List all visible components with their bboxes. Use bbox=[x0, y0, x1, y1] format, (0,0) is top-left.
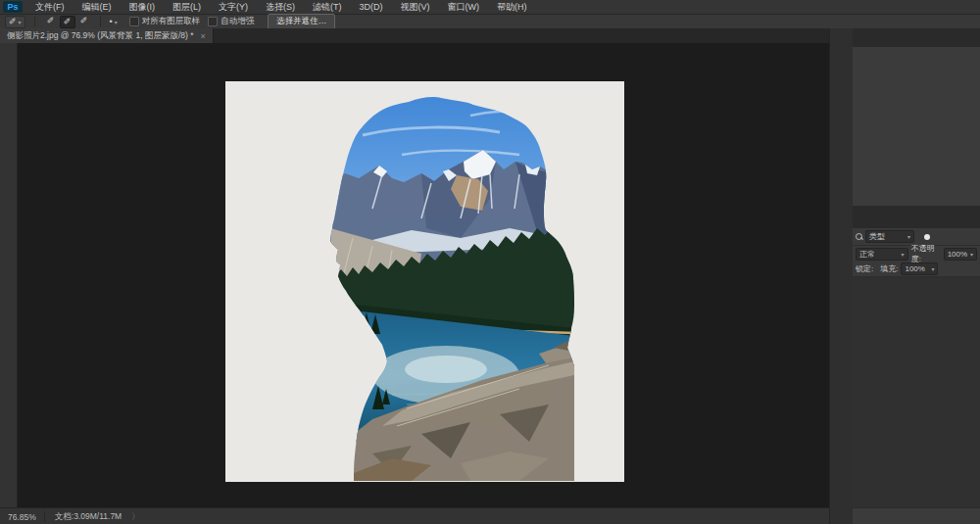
menu-edit[interactable]: 编辑(E) bbox=[74, 0, 121, 14]
recent-swatches-row bbox=[856, 50, 978, 60]
swatches-panel bbox=[853, 31, 980, 208]
layers-bottom-bar bbox=[853, 507, 980, 524]
chevron-down-icon: ▾ bbox=[115, 19, 118, 25]
lock-label: 锁定: bbox=[856, 263, 873, 274]
auto-enhance-checkbox-box[interactable] bbox=[208, 17, 218, 26]
new-selection-button-icon: ✐ bbox=[47, 17, 55, 25]
tool-bar bbox=[0, 43, 18, 507]
auto-enhance-checkbox-label: 自动增强 bbox=[220, 16, 254, 27]
canvas-document[interactable] bbox=[225, 81, 624, 482]
document-tab-bar: 侧影照片2.jpg @ 76.9% (风景背景 1, 图层蒙版/8) * × bbox=[0, 28, 829, 44]
silhouette-artwork bbox=[225, 81, 624, 482]
menu-window[interactable]: 窗口(W) bbox=[439, 0, 489, 14]
auto-enhance-checkbox[interactable]: 自动增强 bbox=[208, 16, 254, 27]
options-checkboxes: 对所有图层取样自动增强 bbox=[122, 16, 255, 27]
chevron-down-icon: ▾ bbox=[19, 19, 22, 25]
layers-panel: 类型 ▾ 正常 ▾ 不透明度: 100% ▾ 锁定: bbox=[853, 213, 980, 524]
opacity-value: 100% bbox=[948, 250, 967, 259]
right-panels: 类型 ▾ 正常 ▾ 不透明度: 100% ▾ 锁定: bbox=[853, 28, 980, 524]
status-bar: 76.85% 文档:3.09M/11.7M 〉 bbox=[0, 507, 829, 524]
subtract-from-selection-button-icon: ✐ bbox=[80, 17, 88, 25]
close-tab-icon[interactable]: × bbox=[200, 31, 205, 41]
menu-image[interactable]: 图像(I) bbox=[121, 0, 165, 14]
layers-panel-tabs bbox=[853, 213, 980, 228]
quick-selection-icon: ✐ bbox=[9, 18, 17, 26]
swatches-footer bbox=[853, 206, 980, 207]
opacity-field[interactable]: 100% ▾ bbox=[944, 248, 977, 261]
zoom-level-field[interactable]: 76.85% bbox=[8, 511, 45, 522]
menu-file[interactable]: 文件(F) bbox=[26, 0, 74, 14]
selection-mode-buttons: ✐✐✐ bbox=[44, 16, 91, 28]
menu-3d[interactable]: 3D(D) bbox=[351, 0, 392, 14]
sample-all-layers-checkbox-box[interactable] bbox=[129, 17, 139, 26]
menu-bar: Ps 文件(F)编辑(E)图像(I)图层(L)文字(Y)选择(S)滤镜(T)3D… bbox=[0, 0, 980, 15]
status-chevron-icon[interactable]: 〉 bbox=[131, 511, 140, 523]
canvas-area[interactable] bbox=[18, 43, 829, 507]
tool-preset-picker[interactable]: ✐ ▾ bbox=[5, 16, 25, 28]
chevron-down-icon: ▾ bbox=[902, 251, 905, 258]
menu-filter[interactable]: 滤镜(T) bbox=[304, 0, 351, 14]
chevron-down-icon: ▾ bbox=[931, 265, 934, 272]
filter-kind-label: 类型 bbox=[869, 231, 885, 242]
layer-list-empty-area bbox=[853, 277, 980, 507]
blend-mode-value: 正常 bbox=[859, 249, 875, 260]
add-to-selection-button-icon: ✐ bbox=[64, 18, 72, 26]
add-to-selection-button[interactable]: ✐ bbox=[60, 16, 75, 28]
chevron-down-icon: ▾ bbox=[907, 233, 910, 240]
divider bbox=[34, 17, 35, 26]
divider bbox=[100, 17, 101, 26]
filter-toggle[interactable] bbox=[924, 234, 930, 240]
menu-view[interactable]: 视图(V) bbox=[392, 0, 439, 14]
new-selection-button[interactable]: ✐ bbox=[44, 16, 58, 26]
document-size-info: 文档:3.09M/11.7M bbox=[55, 511, 122, 523]
menu-type[interactable]: 文字(Y) bbox=[210, 0, 257, 14]
blend-mode-dropdown[interactable]: 正常 ▾ bbox=[856, 248, 908, 261]
menu-help[interactable]: 帮助(H) bbox=[488, 0, 536, 14]
fill-value: 100% bbox=[905, 264, 924, 273]
sample-all-layers-checkbox-label: 对所有图层取样 bbox=[142, 16, 201, 27]
panel-dock-strip bbox=[829, 28, 853, 524]
select-and-mask-button[interactable]: 选择并遮住… bbox=[268, 14, 335, 29]
subtract-from-selection-button[interactable]: ✐ bbox=[77, 16, 91, 26]
filter-kind-dropdown[interactable]: 类型 ▾ bbox=[865, 230, 914, 243]
options-bar: ✐ ▾ ✐✐✐ • ▾ 对所有图层取样自动增强 选择并遮住… bbox=[0, 15, 980, 29]
brush-size-icon: • bbox=[110, 18, 113, 26]
swatches-panel-tabs bbox=[853, 31, 980, 47]
document-tab-title: 侧影照片2.jpg @ 76.9% (风景背景 1, 图层蒙版/8) * bbox=[7, 30, 193, 42]
sample-all-layers-checkbox[interactable]: 对所有图层取样 bbox=[129, 16, 201, 27]
brush-size-picker[interactable]: • ▾ bbox=[110, 18, 118, 26]
menu-layer[interactable]: 图层(L) bbox=[164, 0, 210, 14]
photoshop-logo: Ps bbox=[3, 1, 23, 13]
lock-row: 锁定: 填充: 100% ▾ bbox=[853, 262, 980, 277]
fill-label: 填充: bbox=[880, 263, 898, 274]
search-icon bbox=[856, 233, 862, 240]
menu-select[interactable]: 选择(S) bbox=[257, 0, 304, 14]
chevron-down-icon: ▾ bbox=[970, 251, 973, 258]
document-tab[interactable]: 侧影照片2.jpg @ 76.9% (风景背景 1, 图层蒙版/8) * × bbox=[0, 28, 214, 43]
menu-items: 文件(F)编辑(E)图像(I)图层(L)文字(Y)选择(S)滤镜(T)3D(D)… bbox=[26, 0, 536, 14]
blend-mode-row: 正常 ▾ 不透明度: 100% ▾ bbox=[853, 246, 980, 262]
fill-field[interactable]: 100% ▾ bbox=[901, 262, 938, 275]
